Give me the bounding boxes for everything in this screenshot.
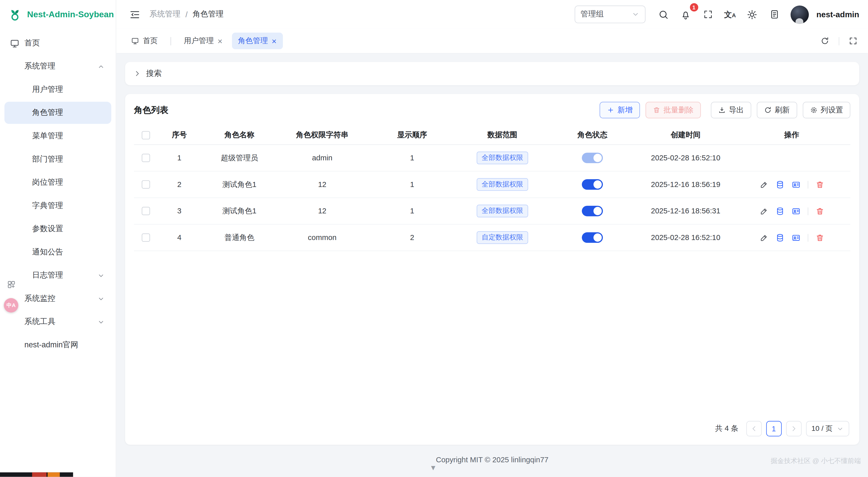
brand-name: Nest-Admin-Soybean [27,9,114,19]
document-icon[interactable] [765,5,784,24]
monitor-icon [10,39,19,48]
close-icon[interactable]: × [272,37,277,45]
sidebar-item-system-management[interactable]: 系统管理 [4,55,111,77]
search-icon[interactable] [654,5,673,24]
database-icon[interactable] [775,233,784,242]
sidebar-item-system-tools[interactable]: 系统工具 [4,311,111,333]
select-all-checkbox[interactable] [142,131,150,139]
page-size-select[interactable]: 10 / 页 [806,421,849,436]
row-index: 3 [177,207,181,215]
theme-sun-icon[interactable] [743,5,762,24]
brand-logo-icon [8,7,22,22]
table-row: 4普通角色common2自定数据权限2025-02-28 16:52:10 [134,225,850,251]
tab-refresh-icon[interactable] [817,33,833,49]
prev-page-button[interactable] [746,421,762,436]
tab-actions [817,33,862,49]
export-button[interactable]: 导出 [711,102,751,118]
floating-language-badge[interactable]: 中A [4,298,18,313]
chevron-down-icon [631,10,640,18]
tab-role-management[interactable]: 角色管理× [232,33,283,49]
tenant-select-value: 管理组 [581,9,604,19]
created-at: 2025-12-16 18:56:19 [651,180,720,189]
button-label: 刷新 [775,105,790,115]
idcard-icon[interactable] [791,233,800,242]
sidebar-item-role-management[interactable]: 角色管理 [4,102,111,124]
tab-fullscreen-icon[interactable] [845,33,861,49]
role-name: 普通角色 [224,233,254,243]
tab-label: 首页 [143,36,158,46]
search-panel-toggle[interactable]: 搜索 [125,62,859,85]
row-actions [759,180,824,189]
delete-icon[interactable] [815,207,824,215]
sidebar-item-dept-management[interactable]: 部门管理 [4,148,111,170]
status-toggle[interactable] [582,153,603,163]
edit-icon[interactable] [759,233,768,242]
data-scope-tag: 自定数据权限 [477,231,528,244]
sidebar-item-post-management[interactable]: 岗位管理 [4,172,111,194]
data-scope-tag: 全部数据权限 [477,205,528,217]
column-header: 序号 [157,130,202,140]
sidebar-item-notice[interactable]: 通知公告 [4,241,111,263]
sidebar-collapse-button[interactable] [125,5,144,24]
avatar[interactable] [790,5,809,24]
row-checkbox[interactable] [142,233,150,242]
idcard-icon[interactable] [791,207,800,215]
sidebar-item-param-settings[interactable]: 参数设置 [4,218,111,240]
batch-delete-button[interactable]: 批量删除 [645,102,701,118]
role-list-card: 角色列表 新增批量删除导出刷新列设置 序号角色名称角色权限字符串显示顺序数据范围… [125,94,859,445]
chevron-down-icon [97,318,105,326]
fullscreen-icon[interactable] [699,5,717,24]
edit-icon[interactable] [759,207,768,215]
status-toggle[interactable] [582,206,603,216]
delete-icon[interactable] [815,233,824,242]
tenant-select[interactable]: 管理组 [575,6,645,23]
next-page-button[interactable] [786,421,802,436]
breadcrumb-separator: / [185,10,187,19]
tab-label: 用户管理 [184,36,214,46]
translate-icon[interactable]: 文A [721,5,740,24]
edit-icon[interactable] [759,180,768,189]
row-index: 2 [177,180,181,189]
sidebar-item-system-monitor[interactable]: 系统监控 [4,288,111,310]
idcard-icon[interactable] [791,180,800,189]
row-checkbox[interactable] [142,180,150,189]
current-page-button[interactable]: 1 [766,421,781,436]
column-settings-button[interactable]: 列设置 [803,102,850,118]
tab-home[interactable]: 首页 [125,33,164,49]
sidebar-item-user-management[interactable]: 用户管理 [4,79,111,101]
row-actions [759,207,824,215]
close-icon[interactable]: × [218,37,222,45]
delete-icon[interactable] [815,180,824,189]
sidebar-item-dict-management[interactable]: 字典管理 [4,195,111,217]
sidebar-item-log-management[interactable]: 日志管理 [4,264,111,286]
table-header-row: 序号角色名称角色权限字符串显示顺序数据范围角色状态创建时间操作 [134,126,850,145]
status-toggle[interactable] [582,179,603,190]
sidebar-item-menu-management[interactable]: 菜单管理 [4,125,111,147]
sidebar: Nest-Admin-Soybean 首页系统管理用户管理角色管理菜单管理部门管… [0,0,116,477]
column-header: 数据范围 [457,130,548,140]
download-icon [718,106,725,114]
role-name: 超级管理员 [221,153,258,163]
action-divider [808,207,808,215]
add-button[interactable]: 新增 [599,102,640,118]
username[interactable]: nest-admin [816,10,859,19]
notification-bell-icon[interactable]: 1 [676,5,695,24]
database-icon[interactable] [775,207,784,215]
tab-user-management[interactable]: 用户管理× [178,33,228,49]
role-table: 序号角色名称角色权限字符串显示顺序数据范围角色状态创建时间操作 1超级管理员ad… [134,126,850,251]
breadcrumb-item[interactable]: 系统管理 [150,9,181,19]
status-toggle[interactable] [582,232,603,243]
row-checkbox[interactable] [142,207,150,215]
role-perm-key: common [308,233,337,242]
sidebar-item-home[interactable]: 首页 [4,32,111,54]
role-name: 测试角色1 [222,206,256,216]
grid-plus-icon[interactable] [6,280,16,289]
app-root: Nest-Admin-Soybean 首页系统管理用户管理角色管理菜单管理部门管… [0,0,868,477]
sidebar-item-official-site[interactable]: nest-admin官网 [4,334,111,356]
sidebar-item-label: 系统工具 [24,317,55,327]
row-checkbox[interactable] [142,154,150,162]
refresh-button[interactable]: 刷新 [756,102,797,118]
database-icon[interactable] [775,180,784,189]
brand[interactable]: Nest-Admin-Soybean [0,0,116,29]
pagination-total: 共 4 条 [715,424,739,434]
